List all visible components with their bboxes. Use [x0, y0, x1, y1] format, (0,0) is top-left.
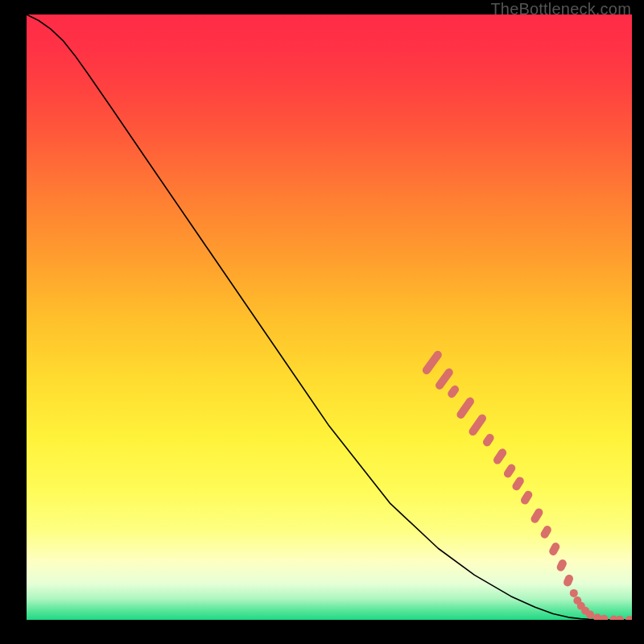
- marker-dot: [586, 611, 594, 619]
- chart-stage: TheBottleneck.com: [0, 0, 644, 644]
- marker-dot: [570, 589, 578, 597]
- plot-area: [27, 14, 632, 620]
- watermark-text: TheBottleneck.com: [490, 0, 631, 19]
- chart-svg: [27, 14, 632, 620]
- gradient-background: [27, 14, 632, 620]
